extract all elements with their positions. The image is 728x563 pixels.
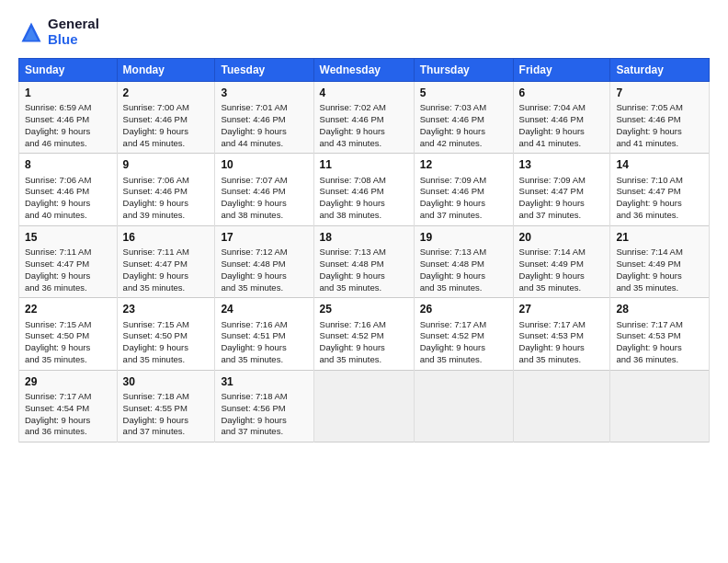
day-info-line: Sunset: 4:47 PM [123,259,210,270]
day-info-line: and 35 minutes. [616,282,703,294]
day-cell-8: 8Sunrise: 7:06 AMSunset: 4:46 PMDaylight… [19,154,118,225]
day-cell-3: 3Sunrise: 7:01 AMSunset: 4:46 PMDaylight… [215,82,313,154]
day-info-line: Sunset: 4:50 PM [25,330,111,342]
day-info-line: Sunrise: 7:06 AM [123,175,210,187]
empty-cell [313,370,414,442]
day-number: 27 [519,302,605,316]
header: General Blue [18,17,710,47]
day-number: 3 [221,86,307,100]
day-info-line: and 35 minutes. [221,282,307,294]
day-info-line: Sunrise: 7:13 AM [320,247,408,259]
day-info-line: Daylight: 9 hours [519,126,605,138]
day-number: 28 [616,302,703,316]
day-info-line: and 44 minutes. [221,138,307,150]
week-row-4: 22Sunrise: 7:15 AMSunset: 4:50 PMDayligh… [19,298,710,370]
day-info-line: and 46 minutes. [25,138,111,150]
day-info-line: and 35 minutes. [320,282,408,294]
day-info-line: Daylight: 9 hours [221,198,307,210]
day-number: 26 [420,302,507,316]
day-info-line: Sunrise: 7:03 AM [420,102,507,114]
day-number: 30 [123,374,210,389]
day-number: 25 [320,302,408,316]
day-info-line: and 36 minutes. [616,354,703,366]
day-number: 15 [25,230,111,245]
day-info-line: Sunrise: 7:11 AM [25,247,111,259]
day-cell-21: 21Sunrise: 7:14 AMSunset: 4:49 PMDayligh… [610,225,710,297]
day-number: 5 [420,86,507,100]
day-cell-30: 30Sunrise: 7:18 AMSunset: 4:55 PMDayligh… [117,370,215,442]
day-info-line: Sunset: 4:49 PM [616,259,703,270]
day-info-line: Sunset: 4:47 PM [25,259,111,270]
day-info-line: Sunrise: 7:14 AM [519,247,605,259]
column-header-tuesday: Tuesday [215,59,313,82]
day-info-line: Daylight: 9 hours [420,342,507,354]
day-number: 29 [25,374,111,389]
day-info-line: and 45 minutes. [123,138,210,150]
day-cell-13: 13Sunrise: 7:09 AMSunset: 4:47 PMDayligh… [513,154,610,225]
day-cell-17: 17Sunrise: 7:12 AMSunset: 4:48 PMDayligh… [215,225,313,297]
day-info-line: and 37 minutes. [420,210,507,222]
day-info-line: Sunrise: 7:17 AM [25,391,111,403]
day-number: 2 [123,86,210,100]
day-info-line: Sunset: 4:46 PM [420,186,507,198]
day-info-line: Sunrise: 7:15 AM [123,319,210,331]
day-info-line: Daylight: 9 hours [616,198,703,210]
day-info-line: Sunrise: 7:16 AM [221,319,307,331]
day-info-line: Sunrise: 7:00 AM [123,102,210,114]
day-info-line: Daylight: 9 hours [420,270,507,282]
day-info-line: Sunset: 4:46 PM [420,114,507,126]
day-number: 21 [616,230,703,245]
day-info-line: Sunset: 4:51 PM [221,330,307,342]
day-info-line: Sunrise: 7:16 AM [320,319,408,331]
day-info-line: and 37 minutes. [221,426,307,438]
day-info-line: Daylight: 9 hours [123,270,210,282]
day-info-line: Sunrise: 7:17 AM [616,319,703,331]
day-info-line: Sunrise: 7:13 AM [420,247,507,259]
day-info-line: Daylight: 9 hours [616,342,703,354]
day-number: 14 [616,157,703,172]
day-info-line: Sunrise: 7:02 AM [320,102,408,114]
day-cell-14: 14Sunrise: 7:10 AMSunset: 4:47 PMDayligh… [610,154,710,225]
day-info-line: Sunrise: 7:05 AM [616,102,703,114]
day-info-line: Sunset: 4:46 PM [616,114,703,126]
day-info-line: Sunset: 4:46 PM [25,186,111,198]
day-number: 11 [320,157,408,172]
day-info-line: Sunset: 4:46 PM [123,186,210,198]
day-info-line: and 35 minutes. [320,354,408,366]
day-info-line: Daylight: 9 hours [420,198,507,210]
day-info-line: Sunrise: 7:09 AM [420,175,507,187]
page-container: General Blue SundayMondayTuesdayWednesda… [0,0,728,452]
column-header-monday: Monday [117,59,215,82]
day-number: 9 [123,157,210,172]
week-row-1: 1Sunrise: 6:59 AMSunset: 4:46 PMDaylight… [19,82,710,154]
day-number: 16 [123,230,210,245]
day-info-line: and 36 minutes. [616,210,703,222]
day-cell-29: 29Sunrise: 7:17 AMSunset: 4:54 PMDayligh… [19,370,118,442]
day-info-line: and 35 minutes. [123,354,210,366]
day-info-line: and 35 minutes. [420,282,507,294]
day-info-line: Daylight: 9 hours [123,126,210,138]
day-info-line: and 35 minutes. [25,354,111,366]
day-info-line: Daylight: 9 hours [221,126,307,138]
day-info-line: Sunrise: 7:06 AM [25,175,111,187]
day-cell-27: 27Sunrise: 7:17 AMSunset: 4:53 PMDayligh… [513,298,610,370]
day-info-line: Daylight: 9 hours [519,270,605,282]
day-number: 4 [320,86,408,100]
day-info-line: Sunset: 4:46 PM [123,114,210,126]
day-info-line: Sunrise: 7:08 AM [320,175,408,187]
day-cell-9: 9Sunrise: 7:06 AMSunset: 4:46 PMDaylight… [117,154,215,225]
day-info-line: Daylight: 9 hours [320,126,408,138]
day-info-line: and 39 minutes. [123,210,210,222]
day-info-line: Sunset: 4:49 PM [519,259,605,270]
day-number: 7 [616,86,703,100]
day-info-line: Daylight: 9 hours [616,270,703,282]
day-info-line: Sunset: 4:55 PM [123,403,210,415]
day-cell-20: 20Sunrise: 7:14 AMSunset: 4:49 PMDayligh… [513,225,610,297]
empty-cell [610,370,710,442]
day-info-line: Sunset: 4:46 PM [221,114,307,126]
day-info-line: Sunrise: 6:59 AM [25,102,111,114]
day-cell-25: 25Sunrise: 7:16 AMSunset: 4:52 PMDayligh… [313,298,414,370]
day-info-line: Daylight: 9 hours [221,270,307,282]
day-info-line: and 35 minutes. [221,354,307,366]
day-cell-26: 26Sunrise: 7:17 AMSunset: 4:52 PMDayligh… [414,298,513,370]
